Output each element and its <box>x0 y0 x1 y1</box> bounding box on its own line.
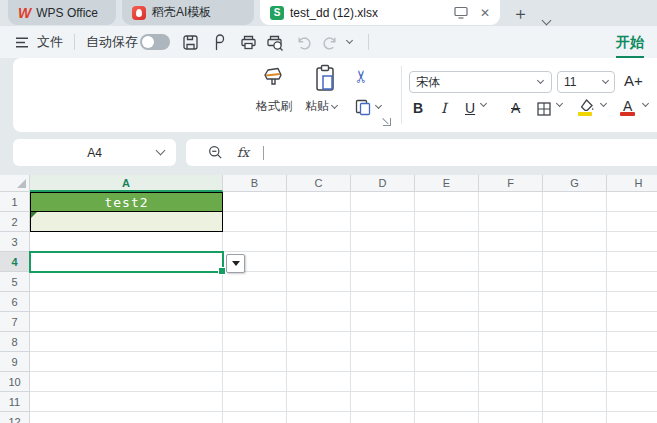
increase-font-button[interactable]: A+ <box>624 72 643 89</box>
cell-A12[interactable] <box>30 412 223 423</box>
cell-A9[interactable] <box>30 352 223 372</box>
cell-B6[interactable] <box>223 292 287 312</box>
screen-share-icon[interactable] <box>454 6 468 19</box>
cell-C9[interactable] <box>287 352 351 372</box>
cell-F4[interactable] <box>479 252 543 272</box>
cell-G7[interactable] <box>543 312 607 332</box>
cell-C1[interactable] <box>287 192 351 212</box>
cell-F7[interactable] <box>479 312 543 332</box>
paste-icon[interactable] <box>313 64 337 94</box>
cell-H11[interactable] <box>607 392 657 412</box>
cell-E5[interactable] <box>415 272 479 292</box>
cell-F1[interactable] <box>479 192 543 212</box>
column-header-B[interactable]: B <box>223 175 287 192</box>
cell-G2[interactable] <box>543 212 607 232</box>
cell-F5[interactable] <box>479 272 543 292</box>
tab-docer-templates[interactable]: 稻壳AI模板 <box>122 0 254 25</box>
cell-G6[interactable] <box>543 292 607 312</box>
fill-handle[interactable] <box>218 267 226 275</box>
cell-C5[interactable] <box>287 272 351 292</box>
export-pdf-icon[interactable] <box>212 26 227 58</box>
cell-D8[interactable] <box>351 332 415 352</box>
cell-F6[interactable] <box>479 292 543 312</box>
cell-C7[interactable] <box>287 312 351 332</box>
cell-G1[interactable] <box>543 192 607 212</box>
cell-D2[interactable] <box>351 212 415 232</box>
cell-E11[interactable] <box>415 392 479 412</box>
cell-H7[interactable] <box>607 312 657 332</box>
row-header-6[interactable]: 6 <box>0 292 30 312</box>
underline-button[interactable]: U <box>465 100 475 116</box>
column-header-D[interactable]: D <box>351 175 415 192</box>
row-header-5[interactable]: 5 <box>0 272 30 292</box>
cell-F12[interactable] <box>479 412 543 423</box>
column-header-C[interactable]: C <box>287 175 351 192</box>
cell-D7[interactable] <box>351 312 415 332</box>
cell-F11[interactable] <box>479 392 543 412</box>
cell-D1[interactable] <box>351 192 415 212</box>
cell-H4[interactable] <box>607 252 657 272</box>
cell-H8[interactable] <box>607 332 657 352</box>
cell-F2[interactable] <box>479 212 543 232</box>
cell-D6[interactable] <box>351 292 415 312</box>
column-header-H[interactable]: H <box>607 175 657 192</box>
cell-B5[interactable] <box>223 272 287 292</box>
autosave-toggle[interactable] <box>140 26 170 58</box>
cell-C4[interactable] <box>287 252 351 272</box>
cell-G8[interactable] <box>543 332 607 352</box>
cell-E8[interactable] <box>415 332 479 352</box>
cell-C3[interactable] <box>287 232 351 252</box>
borders-icon[interactable] <box>537 102 551 116</box>
ribbon-tab-home[interactable]: 开始 <box>616 30 644 59</box>
cell-G12[interactable] <box>543 412 607 423</box>
insert-function-search-icon[interactable] <box>208 145 223 160</box>
row-header-4[interactable]: 4 <box>0 252 30 272</box>
cell-E3[interactable] <box>415 232 479 252</box>
cell-A11[interactable] <box>30 392 223 412</box>
row-header-12[interactable]: 12 <box>0 412 30 423</box>
cell-C10[interactable] <box>287 372 351 392</box>
fill-color-icon[interactable] <box>579 99 595 112</box>
column-header-F[interactable]: F <box>479 175 543 192</box>
row-header-8[interactable]: 8 <box>0 332 30 352</box>
cell-G9[interactable] <box>543 352 607 372</box>
hamburger-menu-icon[interactable] <box>15 26 29 58</box>
cell-A5[interactable] <box>30 272 223 292</box>
column-header-E[interactable]: E <box>415 175 479 192</box>
tab-document-active[interactable]: S test_dd (12).xlsx ✕ <box>260 0 500 25</box>
redo-icon[interactable] <box>322 26 338 58</box>
row-header-10[interactable]: 10 <box>0 372 30 392</box>
cell-E9[interactable] <box>415 352 479 372</box>
copy-icon[interactable] <box>354 98 381 116</box>
cell-A3[interactable] <box>30 232 223 252</box>
cell-D10[interactable] <box>351 372 415 392</box>
cell-H12[interactable] <box>607 412 657 423</box>
cell-H10[interactable] <box>607 372 657 392</box>
strikethrough-button[interactable]: A <box>511 100 520 116</box>
undo-redo-chevron-icon[interactable] <box>347 26 352 58</box>
cell-D4[interactable] <box>351 252 415 272</box>
cell-B1[interactable] <box>223 192 287 212</box>
cell-C8[interactable] <box>287 332 351 352</box>
cell-E12[interactable] <box>415 412 479 423</box>
cell-F8[interactable] <box>479 332 543 352</box>
column-header-A[interactable]: A <box>30 175 223 192</box>
cut-icon[interactable]: ✂ <box>351 69 372 83</box>
print-icon[interactable] <box>240 26 257 58</box>
select-all-corner[interactable] <box>0 175 30 192</box>
name-box[interactable]: A4 <box>13 139 176 166</box>
new-tab-button[interactable]: ＋ <box>512 2 529 25</box>
file-menu[interactable]: 文件 <box>37 26 63 58</box>
column-header-G[interactable]: G <box>543 175 607 192</box>
cell-B11[interactable] <box>223 392 287 412</box>
cell-F9[interactable] <box>479 352 543 372</box>
cell-E6[interactable] <box>415 292 479 312</box>
cell-G4[interactable] <box>543 252 607 272</box>
cell-H5[interactable] <box>607 272 657 292</box>
cell-E4[interactable] <box>415 252 479 272</box>
cell-E2[interactable] <box>415 212 479 232</box>
cell-G5[interactable] <box>543 272 607 292</box>
close-tab-icon[interactable]: ✕ <box>480 6 490 20</box>
save-icon[interactable] <box>182 26 199 58</box>
cell-B7[interactable] <box>223 312 287 332</box>
